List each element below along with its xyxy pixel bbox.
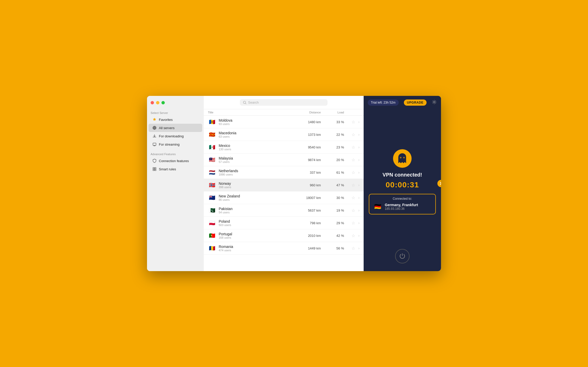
server-load: 30 % — [321, 196, 344, 200]
server-load: 19 % — [321, 208, 344, 212]
smart-rules-label: Smart rules — [159, 167, 176, 171]
chevron-right-icon: › — [358, 132, 360, 137]
flag-circle: 🇲🇾 — [208, 156, 216, 164]
server-row[interactable]: 🇵🇹 Portugal 168 users 2010 km 42 % ☆ › — [204, 229, 364, 242]
favorite-button[interactable]: ☆ — [351, 233, 356, 239]
svg-point-7 — [434, 101, 435, 103]
sidebar-item-for-downloading[interactable]: For downloading — [149, 132, 202, 140]
favorite-button[interactable]: ☆ — [351, 132, 356, 138]
flag-circle: 🇷🇴 — [208, 244, 216, 252]
chevron-right-icon: › — [358, 196, 360, 200]
server-row[interactable]: 🇳🇱 Netherlands 1886 users 337 km 61 % ☆ … — [204, 166, 364, 179]
power-button-area — [395, 249, 410, 271]
svg-rect-5 — [155, 169, 156, 171]
main-content: Title Distance Load 🇲🇩 Moldova 93 users … — [204, 96, 364, 271]
server-row[interactable]: 🇲🇰 Macedonia 63 users 1373 km 22 % ☆ › — [204, 128, 364, 141]
sidebar-item-favorites[interactable]: Favorites — [149, 115, 202, 124]
server-distance: 1480 km — [292, 120, 321, 124]
favorite-button[interactable]: ☆ — [351, 182, 356, 188]
server-country: Poland — [219, 219, 231, 223]
server-country: New Zealand — [219, 194, 240, 198]
sidebar-item-for-streaming[interactable]: For streaming — [149, 140, 202, 148]
favorite-button[interactable]: ☆ — [351, 144, 356, 150]
server-distance: 2010 km — [292, 234, 321, 238]
favorite-button[interactable]: ☆ — [351, 220, 356, 226]
minimize-button[interactable] — [156, 101, 159, 104]
server-name-cell: 🇲🇰 Macedonia 63 users — [208, 130, 292, 139]
server-info: Malaysia 57 users — [219, 156, 233, 163]
server-actions: ☆ › — [344, 119, 360, 125]
trial-badge: Trial left: 23h 52m — [368, 99, 399, 106]
server-info: Portugal 168 users — [219, 232, 232, 239]
chevron-right-icon: › — [358, 158, 360, 162]
flag-circle: 🇳🇱 — [208, 168, 216, 177]
server-users: 86 users — [219, 198, 240, 201]
shield-icon — [152, 159, 157, 163]
server-actions: ☆ › — [344, 220, 360, 226]
grid-icon — [152, 167, 157, 171]
server-row[interactable]: 🇲🇽 Mexico 130 users 9540 km 23 % ☆ › — [204, 141, 364, 154]
upgrade-button[interactable]: UPGRADE — [404, 99, 427, 106]
app-window: Select Server Favorites All servers For … — [147, 96, 441, 271]
server-name-cell: 🇳🇱 Netherlands 1886 users — [208, 168, 292, 177]
connected-server-info: Germany, Frankfurt 185.93.180.36 — [385, 203, 418, 211]
favorite-button[interactable]: ☆ — [351, 195, 356, 201]
settings-button[interactable] — [432, 99, 437, 106]
server-info: Norway 398 users — [219, 181, 231, 189]
favorite-button[interactable]: ☆ — [351, 119, 356, 125]
favorites-label: Favorites — [159, 118, 173, 122]
sidebar-item-connection-features[interactable]: Connection features — [149, 157, 202, 165]
maximize-button[interactable] — [161, 101, 165, 104]
server-row[interactable]: 🇳🇿 New Zealand 86 users 18007 km 30 % ☆ … — [204, 191, 364, 204]
favorite-button[interactable]: ☆ — [351, 207, 356, 213]
server-list: 🇲🇩 Moldova 93 users 1480 km 33 % ☆ › 🇲🇰 … — [204, 116, 364, 271]
server-row[interactable]: 🇲🇩 Moldova 93 users 1480 km 33 % ☆ › — [204, 116, 364, 128]
server-users: 168 users — [219, 236, 232, 239]
power-button[interactable] — [395, 249, 410, 263]
server-distance: 5637 km — [292, 208, 321, 212]
server-country: Romania — [219, 245, 233, 249]
server-actions: ☆ › — [344, 182, 360, 188]
server-info: Poland 503 users — [219, 219, 231, 227]
server-name-cell: 🇲🇾 Malaysia 57 users — [208, 156, 292, 164]
svg-point-10 — [400, 157, 401, 158]
sidebar-item-all-servers[interactable]: All servers — [149, 124, 202, 132]
server-actions: ☆ › — [344, 170, 360, 176]
server-users: 93 users — [219, 122, 232, 126]
server-actions: ☆ › — [344, 195, 360, 201]
star-icon — [152, 117, 157, 122]
favorite-button[interactable]: ☆ — [351, 170, 356, 176]
favorite-button[interactable]: ☆ — [351, 157, 356, 163]
for-downloading-label: For downloading — [159, 134, 184, 138]
search-input[interactable] — [248, 101, 324, 104]
flag-circle: 🇲🇽 — [208, 143, 216, 151]
server-load: 33 % — [321, 120, 344, 124]
vpn-status-area: VPN connected! 00:00:31 Connected to: 🇩🇪… — [364, 109, 441, 249]
server-row[interactable]: 🇲🇾 Malaysia 57 users 9874 km 20 % ☆ › — [204, 154, 364, 166]
server-info: Macedonia 63 users — [219, 131, 236, 138]
chevron-right-icon: › — [358, 183, 360, 187]
server-row[interactable]: 🇵🇱 Poland 503 users 798 km 29 % ☆ › — [204, 217, 364, 229]
search-input-wrap — [240, 99, 328, 106]
connected-server-ip: 185.93.180.36 — [385, 207, 418, 211]
sidebar-item-smart-rules[interactable]: Smart rules — [149, 165, 202, 173]
ghost-icon — [397, 153, 408, 164]
svg-rect-3 — [155, 168, 156, 169]
server-distance: 9540 km — [292, 145, 321, 149]
server-row[interactable]: 🇷🇴 Romania 474 users 1449 km 56 % ☆ › — [204, 242, 364, 255]
server-row[interactable]: 🇵🇰 Pakistan 54 users 5637 km 19 % ☆ › — [204, 204, 364, 217]
server-name-cell: 🇳🇿 New Zealand 86 users — [208, 194, 292, 202]
server-actions: ☆ › — [344, 144, 360, 150]
server-distance: 1373 km — [292, 133, 321, 137]
server-distance: 798 km — [292, 221, 321, 225]
server-name-cell: 🇷🇴 Romania 474 users — [208, 244, 292, 252]
server-name-cell: 🇵🇹 Portugal 168 users — [208, 231, 292, 240]
server-name-cell: 🇲🇽 Mexico 130 users — [208, 143, 292, 151]
flag-circle: 🇵🇱 — [208, 219, 216, 227]
close-button[interactable] — [151, 101, 154, 104]
chevron-right-icon: › — [358, 170, 360, 174]
favorite-button[interactable]: ☆ — [351, 245, 356, 251]
server-load: 23 % — [321, 145, 344, 149]
server-row[interactable]: 🇳🇴 Norway 398 users 960 km 47 % ☆ › — [204, 179, 364, 191]
globe-icon — [152, 126, 157, 130]
